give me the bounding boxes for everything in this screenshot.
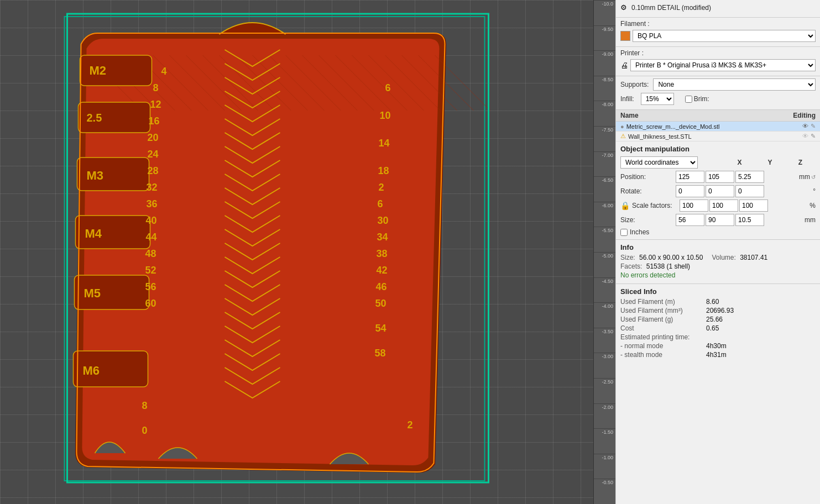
info-size-row: Size: 56.00 x 90.00 x 10.50 Volume: 3810… bbox=[620, 254, 816, 261]
sliced-key: Used Filament (mm³) bbox=[620, 307, 706, 314]
sliced-val: 0.65 bbox=[706, 324, 719, 332]
object-name-1: Metric_screw_m..._device_Mod.stl bbox=[626, 123, 800, 130]
rotate-y-input[interactable] bbox=[706, 185, 734, 197]
brim-checkbox-label[interactable]: Brim: bbox=[685, 95, 709, 103]
ruler-mark: -6.00 bbox=[594, 202, 615, 227]
sliced-row: Used Filament (m) 8.60 bbox=[620, 298, 816, 306]
svg-text:38: 38 bbox=[377, 248, 388, 259]
ruler-mark: -1.00 bbox=[594, 454, 615, 479]
info-volume-key: Volume: bbox=[712, 254, 735, 261]
ruler-mark: -5.50 bbox=[594, 227, 615, 252]
scale-lock-icon[interactable]: 🔒 bbox=[620, 201, 630, 210]
position-label: Position: bbox=[620, 173, 676, 181]
svg-text:4: 4 bbox=[161, 66, 167, 77]
ruler-mark: -10.0 bbox=[594, 0, 615, 25]
filament-label: Filament : bbox=[620, 20, 650, 28]
svg-text:8: 8 bbox=[142, 400, 148, 411]
filament-select[interactable]: BQ PLA bbox=[633, 30, 816, 42]
supports-select[interactable]: None bbox=[653, 78, 816, 91]
inches-row: Inches bbox=[620, 228, 816, 236]
sliced-key: Used Filament (m) bbox=[620, 298, 706, 306]
filament-color-swatch[interactable] bbox=[620, 31, 630, 41]
brim-checkbox[interactable] bbox=[685, 96, 692, 103]
sliced-row: - stealth mode 4h31m bbox=[620, 351, 816, 359]
svg-text:10: 10 bbox=[380, 110, 391, 121]
svg-text:60: 60 bbox=[145, 298, 156, 309]
rotate-inputs bbox=[676, 185, 811, 197]
size-z-input[interactable] bbox=[735, 214, 764, 226]
rotate-x-input[interactable] bbox=[676, 185, 704, 197]
sliced-val: 4h31m bbox=[706, 351, 727, 359]
svg-text:18: 18 bbox=[378, 165, 389, 176]
svg-text:50: 50 bbox=[375, 298, 387, 309]
brim-label: Brim: bbox=[694, 95, 709, 103]
size-y-input[interactable] bbox=[706, 214, 734, 226]
svg-text:M2: M2 bbox=[90, 64, 107, 77]
inches-checkbox[interactable] bbox=[620, 229, 628, 236]
right-panel: ⚙ 0.10mm DETAIL (modified) Filament : BQ… bbox=[615, 0, 820, 504]
y-label: Y bbox=[755, 159, 785, 166]
svg-text:54: 54 bbox=[375, 323, 387, 334]
info-size-key: Size: bbox=[620, 254, 635, 261]
object-list: Name Editing ● Metric_screw_m..._device_… bbox=[616, 110, 820, 141]
svg-text:M3: M3 bbox=[87, 169, 104, 182]
svg-text:6: 6 bbox=[378, 198, 383, 209]
info-errors-row: No errors detected bbox=[620, 271, 816, 279]
position-inputs bbox=[676, 171, 797, 183]
svg-text:30: 30 bbox=[378, 215, 389, 226]
infill-label: Infill: bbox=[620, 95, 634, 103]
svg-text:2: 2 bbox=[408, 419, 413, 431]
sliced-key: Estimated printing time: bbox=[620, 333, 706, 341]
printer-select[interactable]: Printer B * Original Prusa i3 MK3S & MK3… bbox=[630, 59, 816, 71]
ruler-mark: -8.50 bbox=[594, 76, 615, 101]
edit-icon-2[interactable]: ✎ bbox=[811, 133, 816, 140]
position-x-input[interactable] bbox=[676, 171, 704, 183]
svg-text:36: 36 bbox=[147, 198, 158, 209]
sliced-row: - normal mode 4h30m bbox=[620, 342, 816, 350]
infill-select[interactable]: 15% bbox=[641, 93, 674, 105]
ruler-mark: -3.50 bbox=[594, 328, 615, 353]
scale-z-input[interactable] bbox=[739, 200, 768, 212]
size-x-input[interactable] bbox=[676, 214, 704, 226]
object-icon-1: ● bbox=[620, 123, 624, 130]
coord-system-select[interactable]: World coordinates bbox=[620, 156, 698, 169]
position-y-input[interactable] bbox=[706, 171, 734, 183]
visibility-icon-2[interactable]: 👁 bbox=[802, 133, 808, 140]
ruler-mark: -9.00 bbox=[594, 50, 615, 76]
svg-text:2: 2 bbox=[379, 182, 384, 193]
ruler-mark: -7.50 bbox=[594, 126, 615, 151]
supports-row: Supports: None bbox=[620, 78, 816, 91]
position-reset-icon[interactable]: ↺ bbox=[811, 174, 816, 180]
model-preview: M2 2.5 M3 M4 M5 M6 4 8 12 16 20 bbox=[0, 0, 593, 504]
ruler-mark: -4.00 bbox=[594, 302, 615, 328]
rotate-row: Rotate: ° bbox=[620, 185, 816, 197]
svg-text:42: 42 bbox=[377, 265, 388, 276]
position-z-input[interactable] bbox=[735, 171, 764, 183]
ruler-mark: -1.50 bbox=[594, 428, 615, 454]
xyz-labels: X Y Z bbox=[724, 159, 816, 166]
info-facets: Facets: 51538 (1 shell) bbox=[620, 262, 690, 270]
size-unit: mm bbox=[805, 216, 816, 224]
infill-row: Infill: 15% Brim: bbox=[620, 93, 816, 105]
ruler-mark: -8.00 bbox=[594, 101, 615, 126]
viewport[interactable]: M2 2.5 M3 M4 M5 M6 4 8 12 16 20 bbox=[0, 0, 615, 504]
edit-icon-1[interactable]: ✎ bbox=[811, 123, 816, 130]
rotate-z-input[interactable] bbox=[735, 185, 764, 197]
svg-text:6: 6 bbox=[385, 82, 391, 93]
scale-x-input[interactable] bbox=[680, 200, 708, 212]
size-row: Size: mm bbox=[620, 214, 816, 226]
supports-label: Supports: bbox=[620, 81, 649, 88]
sliced-val: 4h30m bbox=[706, 342, 727, 350]
svg-text:48: 48 bbox=[145, 248, 156, 259]
sliced-val: 25.66 bbox=[706, 316, 723, 323]
scale-y-input[interactable] bbox=[709, 200, 738, 212]
print-settings-section: Supports: None Infill: 15% Brim: bbox=[616, 76, 820, 110]
sliced-rows-container: Used Filament (m) 8.60 Used Filament (mm… bbox=[620, 298, 816, 359]
object-row-2[interactable]: ⚠ Wall_thikness_test.STL 👁 ✎ bbox=[616, 132, 820, 141]
size-label: Size: bbox=[620, 216, 676, 224]
ruler-mark: -9.50 bbox=[594, 25, 615, 51]
sliced-title: Sliced Info bbox=[620, 287, 816, 296]
visibility-icon-1[interactable]: 👁 bbox=[802, 123, 808, 130]
sliced-key: Used Filament (g) bbox=[620, 316, 706, 323]
object-row-1[interactable]: ● Metric_screw_m..._device_Mod.stl 👁 ✎ bbox=[616, 122, 820, 132]
